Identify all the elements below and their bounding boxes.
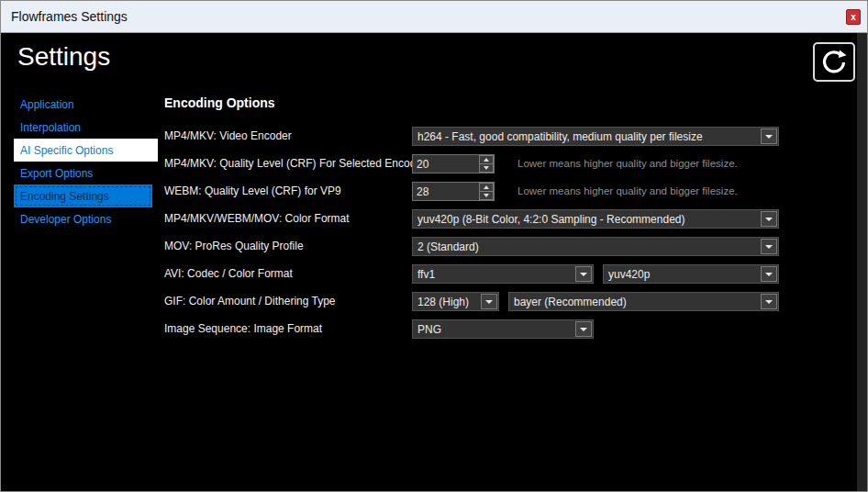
spinner-down-button[interactable] bbox=[479, 192, 494, 200]
row-label: GIF: Color Amount / Dithering Type bbox=[164, 292, 406, 311]
gif-dithering-select[interactable]: bayer (Recommended) bbox=[508, 292, 779, 311]
sidebar-item-label: Application bbox=[20, 98, 74, 111]
select-value: yuv420p (8-Bit Color, 4:2:0 Sampling - R… bbox=[413, 213, 760, 226]
row-label: AVI: Codec / Color Format bbox=[164, 264, 406, 284]
stepper-value: 28 bbox=[413, 185, 479, 198]
sidebar: Application Interpolation AI Specific Op… bbox=[14, 93, 158, 230]
sidebar-item-label: Interpolation bbox=[20, 121, 81, 134]
settings-row: MP4/MKV/WEBM/MOV: Color Format yuv420p (… bbox=[164, 209, 868, 229]
chevron-down-icon[interactable] bbox=[575, 321, 592, 337]
sidebar-item-ai-specific-options[interactable]: AI Specific Options bbox=[14, 139, 158, 162]
stepper-buttons bbox=[479, 155, 494, 173]
window-title: Flowframes Settings bbox=[11, 1, 128, 32]
settings-row: MP4/MKV: Quality Level (CRF) For Selecte… bbox=[164, 154, 868, 173]
settings-row: WEBM: Quality Level (CRF) for VP9 28 Low… bbox=[164, 182, 868, 201]
settings-row: MP4/MKV: Video Encoder h264 - Fast, good… bbox=[164, 127, 868, 146]
row-label: MP4/MKV: Video Encoder bbox=[164, 127, 406, 146]
sidebar-item-label: Export Options bbox=[20, 167, 93, 180]
chevron-down-icon[interactable] bbox=[761, 239, 777, 254]
chevron-up-icon bbox=[484, 158, 489, 162]
gif-color-amount-select[interactable]: 128 (High) bbox=[412, 292, 499, 311]
settings-row: AVI: Codec / Color Format ffv1 yuv420p bbox=[164, 264, 868, 284]
row-label: Image Sequence: Image Format bbox=[164, 319, 406, 339]
settings-row: Image Sequence: Image Format PNG bbox=[164, 319, 868, 339]
close-icon: x bbox=[851, 12, 856, 22]
section-heading: Encoding Options bbox=[164, 95, 275, 110]
spinner-up-button[interactable] bbox=[479, 183, 494, 192]
hint-text: Lower means higher quality and bigger fi… bbox=[517, 154, 738, 173]
sidebar-item-encoding-settings[interactable]: Encoding Settings bbox=[14, 184, 152, 207]
sidebar-item-developer-options[interactable]: Developer Options bbox=[14, 207, 158, 230]
chevron-down-icon[interactable] bbox=[761, 294, 777, 309]
select-value: PNG bbox=[413, 323, 574, 336]
row-label: MP4/MKV/WEBM/MOV: Color Format bbox=[164, 209, 406, 229]
sidebar-item-label: Encoding Settings bbox=[20, 190, 109, 203]
select-value: 128 (High) bbox=[413, 296, 480, 308]
sidebar-item-interpolation[interactable]: Interpolation bbox=[14, 116, 158, 139]
avi-color-format-select[interactable]: yuv420p bbox=[603, 264, 779, 284]
color-format-select[interactable]: yuv420p (8-Bit Color, 4:2:0 Sampling - R… bbox=[412, 209, 779, 229]
stepper-buttons bbox=[479, 183, 494, 200]
chevron-down-icon bbox=[484, 194, 489, 197]
row-label: MOV: ProRes Quality Profile bbox=[164, 237, 406, 256]
stepper-value: 20 bbox=[413, 158, 479, 171]
avi-codec-select[interactable]: ffv1 bbox=[412, 264, 594, 284]
mp4-crf-stepper[interactable]: 20 bbox=[412, 154, 495, 173]
chevron-up-icon bbox=[484, 185, 489, 189]
vertical-scrollbar[interactable] bbox=[857, 33, 867, 491]
select-value: h264 - Fast, good compatibility, medium … bbox=[413, 130, 760, 143]
row-label: MP4/MKV: Quality Level (CRF) For Selecte… bbox=[164, 154, 406, 173]
sidebar-item-export-options[interactable]: Export Options bbox=[14, 162, 158, 184]
refresh-button[interactable] bbox=[813, 42, 855, 82]
chevron-down-icon[interactable] bbox=[481, 294, 497, 309]
select-value: ffv1 bbox=[413, 268, 574, 281]
webm-crf-stepper[interactable]: 28 bbox=[412, 182, 495, 201]
sidebar-item-application[interactable]: Application bbox=[14, 93, 158, 116]
select-value: bayer (Recommended) bbox=[509, 296, 760, 308]
prores-profile-select[interactable]: 2 (Standard) bbox=[412, 237, 779, 256]
settings-row: GIF: Color Amount / Dithering Type 128 (… bbox=[164, 292, 868, 311]
chevron-down-icon[interactable] bbox=[575, 266, 592, 282]
chevron-down-icon[interactable] bbox=[761, 266, 777, 282]
row-label: WEBM: Quality Level (CRF) for VP9 bbox=[164, 182, 406, 201]
chevron-down-icon bbox=[484, 166, 489, 170]
spinner-down-button[interactable] bbox=[479, 164, 494, 173]
chevron-down-icon[interactable] bbox=[761, 211, 777, 227]
select-value: yuv420p bbox=[604, 268, 760, 281]
hint-text: Lower means higher quality and bigger fi… bbox=[517, 182, 738, 201]
spinner-up-button[interactable] bbox=[479, 155, 494, 164]
select-value: 2 (Standard) bbox=[413, 240, 760, 253]
sidebar-item-label: Developer Options bbox=[20, 213, 111, 226]
refresh-icon bbox=[821, 50, 847, 75]
video-encoder-select[interactable]: h264 - Fast, good compatibility, medium … bbox=[412, 127, 779, 146]
chevron-down-icon[interactable] bbox=[761, 129, 777, 144]
settings-row: MOV: ProRes Quality Profile 2 (Standard) bbox=[164, 237, 868, 256]
sidebar-item-label: AI Specific Options bbox=[20, 144, 113, 157]
settings-window: Flowframes Settings x Settings Applicati… bbox=[0, 0, 868, 492]
image-format-select[interactable]: PNG bbox=[412, 319, 594, 339]
page-title: Settings bbox=[17, 42, 110, 72]
close-button[interactable]: x bbox=[846, 9, 861, 25]
title-bar[interactable]: Flowframes Settings x bbox=[1, 1, 867, 33]
